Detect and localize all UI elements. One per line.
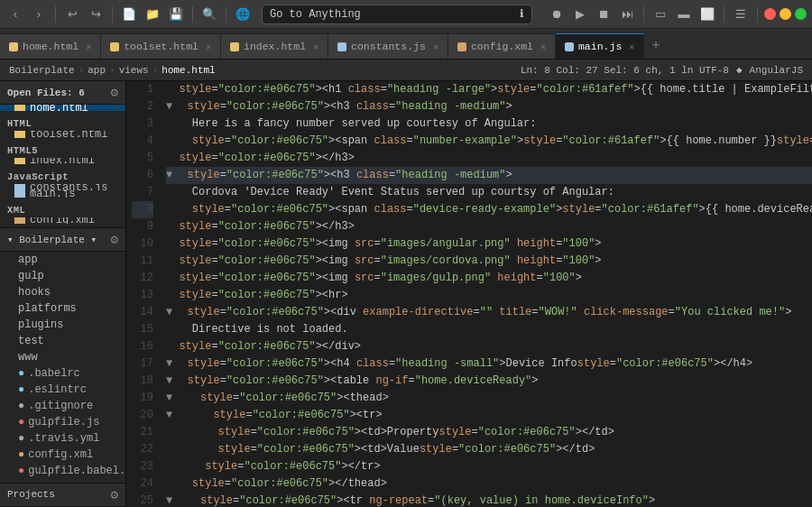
goto-search[interactable]: ℹ [262,5,532,24]
code-area[interactable]: style="color:#e06c75"><h1 class="heading… [159,81,812,507]
tab-constants[interactable]: constants.js ✕ [328,33,448,59]
goto-input[interactable] [270,8,514,21]
code-line-5: style="color:#e06c75"><span class="numbe… [166,133,812,150]
layout-btn1[interactable]: ▭ [651,5,670,24]
file-gulpfile[interactable]: ●gulpfile.js [0,414,125,430]
toolbar-right: ⏺ ▶ ⏹ ⏭ ▭ ▬ ⬜ ☰ [547,5,807,24]
collapse-arrow[interactable]: ▼ [166,169,172,181]
projects-settings-icon[interactable]: ⚙ [111,487,118,502]
file-eslintrc[interactable]: ●.eslintrc [0,382,125,398]
boilerplate-header: ▾ Boilerplate ▾ ⚙ [0,227,125,252]
play-btn[interactable]: ▶ [570,5,590,24]
folder-button[interactable]: 📁 [143,5,162,24]
tab-add-button[interactable]: + [644,33,668,59]
sidebar-item-main[interactable]: main.js [0,190,125,197]
folder-platforms[interactable]: platforms [0,300,125,317]
code-line-25: ▼ style="color:#e06c75"><thead> [166,390,812,407]
sidebar-item-constants[interactable]: constants.js [0,184,125,190]
file-babelrc[interactable]: ●.babelrc [0,365,125,382]
file-gitignore[interactable]: ●.gitignore [0,398,125,414]
code-line-27: style="color:#e06c75"><td>Propertystyle=… [166,424,812,441]
tab-toolset-close[interactable]: ✕ [206,41,211,52]
collapse-arrow[interactable]: ▼ [166,494,172,507]
redo-button[interactable]: ↪ [86,5,106,24]
tab-constants-close[interactable]: ✕ [433,41,438,52]
editor-content[interactable]: 1234567891011121314151617181920212223242… [126,81,812,507]
tab-index-close[interactable]: ✕ [313,41,318,52]
breadcrumb-app[interactable]: app [88,65,106,76]
gulpfile-babel-icon: ● [18,465,24,477]
collapse-arrow[interactable]: ▼ [166,392,172,404]
separator-3 [192,6,193,23]
record-btn[interactable]: ⏺ [547,5,567,24]
folder-app[interactable]: app [0,252,125,268]
code-line-13: style="color:#e06c75"><img src="images/a… [166,235,812,253]
open-files-settings-icon[interactable]: ⚙ [111,85,118,100]
save-button[interactable]: 💾 [166,5,186,24]
folder-test[interactable]: test [0,333,125,349]
folder-www[interactable]: www [0,349,125,365]
undo-button[interactable]: ↩ [62,5,82,24]
step-btn[interactable]: ⏭ [617,5,637,24]
code-line-9: Cordova 'Device Ready' Event Status serv… [166,184,812,201]
collapse-arrow[interactable]: ▼ [166,409,172,421]
breadcrumb-file[interactable]: home.html [161,65,215,76]
folder-plugins[interactable]: plugins [0,317,125,333]
travis-icon: ● [18,432,24,445]
forward-button[interactable]: › [29,5,49,24]
file-button[interactable]: 📄 [119,5,139,24]
code-line-29: style="color:#e06c75"><td>Valuestyle="co… [166,441,812,458]
folder-hooks[interactable]: hooks [0,284,125,300]
breadcrumb-views[interactable]: views [119,65,149,76]
code-line-22: ▼ style="color:#e06c75"><h4 class="headi… [166,355,812,373]
boilerplate-settings-icon[interactable]: ⚙ [111,232,118,247]
layout-btn2[interactable]: ▬ [674,5,694,24]
tab-home-close[interactable]: ✕ [86,41,91,52]
code-line-19: Directive is not loaded. [166,321,812,338]
tab-main[interactable]: main.js ✕ [556,33,644,59]
sidebar: Open Files: 6 ⚙ home.html HTML toolset.h… [0,81,126,507]
html-section-label: HTML [0,111,125,131]
sidebar-item-home[interactable]: home.html [0,105,125,111]
tab-toolset-label: toolset.html [124,41,198,52]
cursor-position: Ln: 8 Col: 27 Sel: 6 ch, 1 ln UTF-8 [521,65,729,76]
sidebar-item-toolset[interactable]: toolset.html [0,131,125,137]
code-line-11: style="color:#e06c75"></h3> [166,218,812,235]
file-travis[interactable]: ●.travis.yml [0,430,125,447]
tab-toolset-icon [110,42,119,51]
collapse-arrow[interactable]: ▼ [166,306,172,318]
eslintrc-icon: ● [18,383,24,396]
collapse-arrow[interactable]: ▼ [166,357,172,370]
breadcrumb-boilerplate[interactable]: Boilerplate [9,65,75,76]
breadcrumb: Boilerplate › app › views › home.html Ln… [0,60,812,81]
stop-btn[interactable]: ⏹ [594,5,614,24]
browser-button[interactable]: 🌐 [233,5,253,24]
traffic-light-red [764,8,776,20]
code-line-31: style="color:#e06c75"></thead> [166,475,812,493]
open-files-header: Open Files: 6 ⚙ [0,81,125,105]
find-button[interactable]: 🔍 [199,5,219,24]
layout-btn3[interactable]: ⬜ [697,5,717,24]
tab-config-label: config.xml [471,41,533,52]
file-gulpfile-babel[interactable]: ●gulpfile.babel.js [0,463,125,479]
tab-config-close[interactable]: ✕ [540,41,546,52]
traffic-light-green [795,8,807,20]
separator-4 [226,6,226,23]
tab-index[interactable]: index.html ✕ [221,33,328,59]
folder-gulp[interactable]: gulp [0,268,125,284]
tab-home[interactable]: home.html ✕ [0,33,101,59]
tab-config[interactable]: config.xml ✕ [448,33,556,59]
menu-btn[interactable]: ☰ [731,5,751,24]
back-button[interactable]: ‹ [5,5,25,24]
sidebar-item-config[interactable]: config.xml [0,217,125,224]
sidebar-item-index[interactable]: index.html [0,158,125,164]
collapse-arrow[interactable]: ▼ [166,100,172,113]
code-line-16: style="color:#e06c75"><hr> [166,287,812,304]
tab-main-close[interactable]: ✕ [629,41,634,52]
separator-1 [55,6,56,23]
tab-toolset[interactable]: toolset.html ✕ [101,33,221,59]
sidebar-file-toolset-label: toolset.html [30,131,107,137]
tab-bar: home.html ✕ toolset.html ✕ index.html ✕ … [0,29,812,60]
collapse-arrow[interactable]: ▼ [166,374,172,387]
file-config-xml[interactable]: ●config.xml [0,447,125,463]
